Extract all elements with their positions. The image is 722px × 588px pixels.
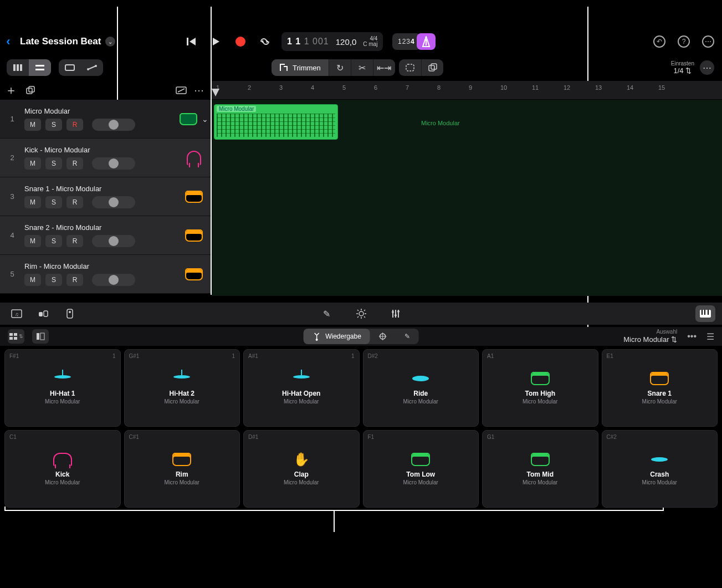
pad-count: 1 [351,353,355,359]
drum-pad[interactable]: C1KickMicro Modular [4,430,121,508]
pad-more-button[interactable]: ••• [687,331,697,341]
cycle-button[interactable] [259,35,271,48]
region-view-button[interactable] [59,59,81,76]
solo-button[interactable]: S [45,157,62,170]
track-list: 1Micro ModularMSR⌄2Kick - Micro ModularM… [0,100,211,294]
add-track-button[interactable]: ＋ [0,82,22,99]
more-button[interactable]: ⋯ [702,35,714,48]
go-to-start-button[interactable] [186,35,198,48]
pad-kit: Micro Modular [403,398,438,405]
drum-pad[interactable]: G1Tom MidMicro Modular [482,430,598,508]
tom-icon [531,372,550,385]
track-row[interactable]: 3Snare 1 - Micro ModularMSR [0,177,211,216]
svg-rect-8 [17,64,19,71]
plugins-button[interactable] [33,305,53,322]
back-button[interactable]: ‹ [0,34,17,49]
mute-button[interactable]: M [24,235,41,247]
ruler-bar: 11 [532,84,539,91]
solo-button[interactable]: S [45,235,62,247]
midi-region[interactable]: Micro Modular [214,104,338,140]
duplicate-track-button[interactable] [22,86,39,95]
play-button[interactable] [210,35,222,48]
track-row[interactable]: 4Snare 2 - Micro ModularMSR [0,216,211,255]
loop-tool-button[interactable]: ↻ [329,59,351,76]
pan-slider[interactable] [92,274,135,286]
drum-pad[interactable]: D#1✋ClapMicro Modular [243,430,360,508]
svg-rect-52 [37,333,39,340]
svg-rect-27 [67,309,73,318]
mute-button[interactable]: M [24,196,41,208]
chevron-down-icon[interactable]: ⌄ [202,115,208,124]
pad-note: C1 [9,434,17,440]
pad-grid-button[interactable]: ⇅ [8,329,24,344]
controller-button[interactable] [60,305,80,322]
record-enable-button[interactable]: R [66,119,83,131]
keyboard-button[interactable] [695,305,715,322]
drum-pad[interactable]: F#11Hi-Hat 1Micro Modular [4,349,121,427]
mixer-view-button[interactable] [7,59,29,76]
pad-kit: Micro Modular [45,398,80,405]
pan-slider[interactable] [92,119,135,131]
timeline-ruler[interactable]: 123456789101112131415 [212,81,722,100]
drum-pad[interactable]: F1Tom LowMicro Modular [363,430,479,508]
hihat-icon [53,372,72,385]
solo-button[interactable]: S [45,196,62,208]
ruler-bar: 9 [469,84,472,91]
pad-mode-assign[interactable] [370,329,396,344]
pad-name: Rim [176,471,188,478]
metronome-button[interactable] [417,33,436,50]
drum-pad[interactable]: D#2RideMicro Modular [363,349,479,427]
tracklist-more-button[interactable]: ⋯ [194,84,211,96]
stretch-tool-button[interactable]: ⇤⇥ [373,59,395,76]
pad-menu-button[interactable]: ☰ [706,331,714,342]
pad-mode-play[interactable]: Wiedergabe [303,329,370,344]
svg-line-15 [88,66,96,69]
record-enable-button[interactable]: R [66,274,83,286]
pan-slider[interactable] [92,196,135,208]
split-tool-button[interactable]: ✂ [351,59,373,76]
pan-slider[interactable] [92,157,135,170]
drum-pad[interactable]: G#11Hi-Hat 2Micro Modular [124,349,240,427]
snap-control[interactable]: Einrasten 1/4 ⇅ [671,60,694,75]
project-title[interactable]: Late Session Beat ⌄ [17,36,115,47]
mute-button[interactable]: M [24,274,41,286]
drum-pad[interactable]: E1Snare 1Micro Modular [602,349,718,427]
track-row[interactable]: 5Rim - Micro ModularMSR [0,255,211,294]
record-button[interactable] [234,35,247,48]
solo-button[interactable]: S [45,274,62,286]
track-row[interactable]: 1Micro ModularMSR⌄ [0,100,211,139]
lcd-display[interactable]: 1 1 1 001 120,0 4/4C maj [281,32,383,51]
record-enable-button[interactable]: R [66,157,83,170]
pan-slider[interactable] [92,235,135,247]
marquee-button[interactable] [399,59,421,76]
solo-button[interactable]: S [45,119,62,131]
ruler-bar: 2 [248,84,251,91]
help-button[interactable]: ? [678,35,690,48]
toolbar-more-button[interactable]: ⋯ [700,60,714,75]
pad-selection[interactable]: Auswahl Micro Modular ⇅ [623,329,677,344]
mute-button[interactable]: M [24,119,41,131]
pad-inspector-button[interactable] [32,329,49,344]
arrange-area[interactable]: Micro Modular Micro Modular [212,100,722,296]
record-enable-button[interactable]: R [66,196,83,208]
drum-pad[interactable]: C#1RimMicro Modular [124,430,240,508]
mixer-button[interactable] [386,305,406,322]
settings-button[interactable] [351,305,371,322]
track-automation-button[interactable] [173,86,190,94]
browser-button[interactable]: ♫ [7,305,27,322]
mute-button[interactable]: M [24,157,41,170]
copy-button[interactable] [421,59,443,76]
drum-pad[interactable]: A#11Hi-Hat OpenMicro Modular [243,349,360,427]
tracks-view-button[interactable] [29,59,51,76]
undo-button[interactable]: ↶ [653,35,665,48]
drum-pad[interactable]: A1Tom HighMicro Modular [482,349,598,427]
edit-button[interactable]: ✎ [317,305,337,322]
automation-view-button[interactable] [81,59,103,76]
svg-line-34 [357,310,359,311]
track-name: Rim - Micro Modular [24,262,177,270]
drum-pad[interactable]: C#2CrashMicro Modular [602,430,718,508]
trim-tool-button[interactable]: Trimmen [272,59,329,76]
record-enable-button[interactable]: R [66,235,83,247]
pad-mode-edit[interactable]: ✎ [396,329,419,344]
track-row[interactable]: 2Kick - Micro ModularMSR [0,139,211,177]
